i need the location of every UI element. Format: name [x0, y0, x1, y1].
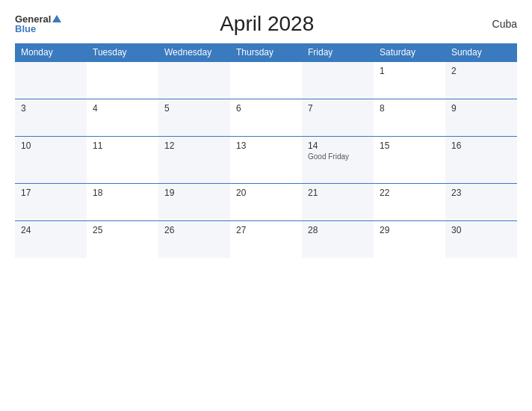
table-row: 20	[230, 184, 302, 221]
day-number: 25	[93, 225, 152, 235]
calendar-title: April 2028	[61, 12, 472, 36]
table-row: 28	[302, 221, 374, 259]
page: General Blue April 2028 Cuba Monday Tues…	[0, 0, 532, 411]
table-row: 8	[374, 99, 445, 137]
table-row: 7	[302, 99, 374, 137]
table-row	[158, 62, 230, 99]
day-number: 12	[164, 140, 224, 151]
event-label: Good Friday	[308, 152, 368, 161]
day-number: 29	[380, 225, 439, 235]
col-saturday: Saturday	[374, 43, 445, 62]
day-number: 16	[451, 140, 511, 151]
table-row: 30	[445, 221, 517, 259]
day-number: 24	[21, 225, 81, 235]
table-row: 9	[445, 99, 517, 137]
day-number: 27	[236, 225, 296, 235]
day-number: 13	[236, 140, 296, 151]
day-number: 6	[236, 103, 296, 114]
calendar-row-5: 24252627282930	[15, 221, 517, 259]
table-row: 1	[374, 62, 445, 99]
table-row: 12	[158, 137, 230, 184]
table-row: 26	[158, 221, 230, 259]
table-row	[302, 62, 374, 99]
logo-blue-text: Blue	[15, 24, 36, 34]
day-number: 18	[93, 188, 152, 198]
col-thursday: Thursday	[230, 43, 302, 62]
header: General Blue April 2028 Cuba	[15, 12, 517, 36]
day-number: 10	[21, 140, 81, 151]
table-row: 6	[230, 99, 302, 137]
table-row: 5	[158, 99, 230, 137]
col-sunday: Sunday	[445, 43, 517, 62]
day-number: 8	[380, 103, 439, 114]
table-row: 2	[445, 62, 517, 99]
table-row	[87, 62, 158, 99]
logo: General Blue	[15, 14, 61, 34]
col-friday: Friday	[302, 43, 374, 62]
table-row: 25	[87, 221, 158, 259]
table-row: 23	[445, 184, 517, 221]
table-row: 21	[302, 184, 374, 221]
col-wednesday: Wednesday	[158, 43, 230, 62]
day-number: 4	[93, 103, 152, 114]
col-monday: Monday	[15, 43, 87, 62]
day-number: 26	[164, 225, 224, 235]
table-row: 16	[445, 137, 517, 184]
table-row: 17	[15, 184, 87, 221]
table-row: 3	[15, 99, 87, 137]
table-row	[230, 62, 302, 99]
calendar-header-row: Monday Tuesday Wednesday Thursday Friday…	[15, 43, 517, 62]
table-row: 11	[87, 137, 158, 184]
table-row: 22	[374, 184, 445, 221]
table-row: 15	[374, 137, 445, 184]
day-number: 3	[21, 103, 81, 114]
day-number: 28	[308, 225, 368, 235]
day-number: 14	[308, 140, 368, 151]
table-row: 29	[374, 221, 445, 259]
table-row	[15, 62, 87, 99]
table-row: 27	[230, 221, 302, 259]
day-number: 20	[236, 188, 296, 198]
country-label: Cuba	[472, 18, 517, 30]
table-row: 18	[87, 184, 158, 221]
calendar-table: Monday Tuesday Wednesday Thursday Friday…	[15, 43, 517, 258]
table-row: 4	[87, 99, 158, 137]
day-number: 1	[380, 66, 439, 76]
logo-triangle-icon	[52, 15, 61, 22]
day-number: 5	[164, 103, 224, 114]
day-number: 22	[380, 188, 439, 198]
table-row: 24	[15, 221, 87, 259]
day-number: 21	[308, 188, 368, 198]
day-number: 19	[164, 188, 224, 198]
day-number: 9	[451, 103, 511, 114]
day-number: 30	[451, 225, 511, 235]
calendar-row-4: 17181920212223	[15, 184, 517, 221]
calendar-row-2: 3456789	[15, 99, 517, 137]
table-row: 14Good Friday	[302, 137, 374, 184]
day-number: 15	[380, 140, 439, 151]
calendar-row-1: 12	[15, 62, 517, 99]
table-row: 10	[15, 137, 87, 184]
day-number: 7	[308, 103, 368, 114]
day-number: 23	[451, 188, 511, 198]
table-row: 13	[230, 137, 302, 184]
table-row: 19	[158, 184, 230, 221]
day-number: 2	[451, 66, 511, 76]
day-number: 17	[21, 188, 81, 198]
calendar-row-3: 1011121314Good Friday1516	[15, 137, 517, 184]
col-tuesday: Tuesday	[87, 43, 158, 62]
day-number: 11	[93, 140, 152, 151]
